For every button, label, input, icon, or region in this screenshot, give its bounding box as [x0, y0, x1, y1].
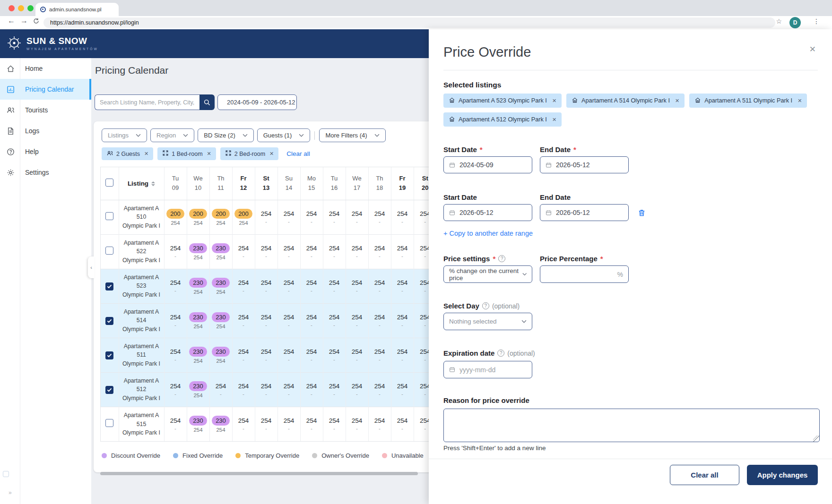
- close-icon[interactable]: ✕: [809, 44, 816, 54]
- help-icon[interactable]: [482, 302, 489, 309]
- price-cell[interactable]: 254-: [277, 200, 300, 234]
- collapse-drawer-handle[interactable]: ‹: [88, 256, 95, 278]
- filter-chip[interactable]: 2 Guests✕: [102, 147, 153, 160]
- price-cell[interactable]: 254-: [391, 269, 414, 303]
- price-cell[interactable]: 254-: [232, 372, 255, 407]
- chip-remove-icon[interactable]: ✕: [675, 98, 679, 104]
- price-cell[interactable]: 254-: [232, 338, 255, 372]
- price-cell[interactable]: 254-: [255, 407, 277, 441]
- help-icon[interactable]: [498, 255, 505, 262]
- price-cell[interactable]: 254-: [300, 372, 323, 407]
- price-cell[interactable]: 230254: [187, 234, 209, 269]
- price-cell[interactable]: 254-: [277, 338, 300, 372]
- price-percentage-field[interactable]: %: [540, 265, 629, 283]
- zoom-window-button[interactable]: [27, 5, 34, 11]
- price-cell[interactable]: 254-: [346, 269, 368, 303]
- start-date-input[interactable]: [459, 161, 527, 169]
- price-cell[interactable]: 254-: [300, 407, 323, 441]
- filter-chip[interactable]: 2 Bed-room✕: [220, 147, 279, 160]
- back-icon[interactable]: ←: [8, 17, 15, 25]
- price-cell[interactable]: 254-: [164, 372, 187, 407]
- price-cell[interactable]: 230254: [209, 234, 232, 269]
- listing-name-cell[interactable]: Apartament A 510Olympic Park I: [119, 200, 164, 234]
- collapse-icon[interactable]: »: [9, 489, 12, 496]
- chip-remove-icon[interactable]: ✕: [552, 98, 556, 104]
- price-cell[interactable]: 254-: [164, 269, 187, 303]
- price-cell[interactable]: 254-: [391, 338, 414, 372]
- price-cell[interactable]: 254-: [164, 338, 187, 372]
- sidebar-item-pricing-calendar[interactable]: Pricing Calendar: [0, 79, 91, 100]
- row-checkbox[interactable]: [105, 351, 113, 359]
- end-date2-input[interactable]: [556, 209, 623, 216]
- price-cell[interactable]: 254-: [323, 269, 346, 303]
- price-cell[interactable]: 254-: [323, 234, 346, 269]
- price-cell[interactable]: 254-: [391, 407, 414, 441]
- start-date-field[interactable]: [443, 156, 532, 173]
- close-window-button[interactable]: [9, 5, 15, 11]
- price-cell[interactable]: 254-: [368, 269, 391, 303]
- price-cell[interactable]: 254-: [232, 269, 255, 303]
- price-cell[interactable]: 254-: [323, 338, 346, 372]
- selected-listing-chip[interactable]: Apartament A 512 Olympic Park I✕: [443, 112, 562, 127]
- price-cell[interactable]: 254-: [277, 407, 300, 441]
- price-cell[interactable]: 254-: [323, 200, 346, 234]
- price-cell[interactable]: 254-: [323, 372, 346, 407]
- price-cell[interactable]: 254-: [323, 407, 346, 441]
- price-cell[interactable]: 230254: [187, 372, 209, 407]
- price-cell[interactable]: 254-: [346, 234, 368, 269]
- browser-menu-icon[interactable]: ⋮: [813, 17, 820, 25]
- clear-all-filters-link[interactable]: Clear all: [286, 150, 310, 157]
- sidebar-item-tourists[interactable]: Tourists: [0, 100, 91, 120]
- end-date-field[interactable]: [540, 156, 629, 173]
- listing-name-cell[interactable]: Apartament A 523Olympic Park I: [119, 269, 164, 303]
- start-date2-field[interactable]: [443, 204, 532, 221]
- price-cell[interactable]: 254-: [255, 234, 277, 269]
- copy-date-range-link[interactable]: + Copy to another date range: [443, 230, 533, 237]
- price-cell[interactable]: 254-: [164, 407, 187, 441]
- price-cell[interactable]: 254-: [300, 200, 323, 234]
- end-date-input[interactable]: [556, 161, 623, 169]
- end-date2-field[interactable]: [540, 204, 629, 221]
- price-cell[interactable]: 254-: [368, 200, 391, 234]
- price-cell[interactable]: 254-: [300, 269, 323, 303]
- price-cell[interactable]: 254-: [277, 303, 300, 338]
- price-cell[interactable]: 230254: [187, 269, 209, 303]
- bookmark-star-icon[interactable]: ☆: [776, 17, 782, 25]
- price-cell[interactable]: 254-: [346, 338, 368, 372]
- sidebar-item-settings[interactable]: Settings: [0, 162, 91, 183]
- price-cell[interactable]: 254-: [164, 234, 187, 269]
- filter-dropdown-region[interactable]: Region: [150, 128, 194, 142]
- sidebar-item-logs[interactable]: Logs: [0, 120, 91, 141]
- more-filters-dropdown[interactable]: More Filters (4): [319, 128, 385, 142]
- selected-listing-chip[interactable]: Apartament A 514 Olympic Park I✕: [566, 94, 685, 108]
- help-icon[interactable]: [497, 350, 504, 357]
- clear-all-button[interactable]: Clear all: [670, 465, 739, 485]
- price-cell[interactable]: 254-: [209, 372, 232, 407]
- price-cell[interactable]: 200254: [187, 200, 209, 234]
- filter-dropdown-listings[interactable]: Listings: [102, 128, 147, 142]
- row-checkbox[interactable]: [105, 247, 113, 255]
- row-checkbox[interactable]: [105, 386, 113, 394]
- trash-icon[interactable]: [637, 208, 646, 217]
- listing-name-cell[interactable]: Apartament A 514Olympic Park I: [119, 303, 164, 338]
- price-cell[interactable]: 230254: [209, 303, 232, 338]
- listing-name-cell[interactable]: Apartament A 522Olympic Park I: [119, 234, 164, 269]
- sidebar-item-help[interactable]: Help: [0, 141, 91, 162]
- price-cell[interactable]: 254-: [368, 372, 391, 407]
- selected-listing-chip[interactable]: Apartament A 511 Olympic Park I✕: [689, 94, 807, 108]
- price-cell[interactable]: 254-: [232, 407, 255, 441]
- price-cell[interactable]: 254-: [391, 372, 414, 407]
- table-header-listing[interactable]: Listing: [119, 167, 164, 200]
- select-all-checkbox[interactable]: [105, 179, 113, 187]
- listing-name-cell[interactable]: Apartament A 511Olympic Park I: [119, 338, 164, 372]
- chip-remove-icon[interactable]: ✕: [552, 117, 556, 123]
- price-cell[interactable]: 254-: [277, 269, 300, 303]
- reload-icon[interactable]: [33, 17, 40, 26]
- chip-remove-icon[interactable]: ✕: [797, 98, 802, 104]
- price-cell[interactable]: 254-: [391, 234, 414, 269]
- price-cell[interactable]: 254-: [232, 303, 255, 338]
- price-cell[interactable]: 254-: [255, 372, 277, 407]
- listing-name-cell[interactable]: Apartament A 512Olympic Park I: [119, 372, 164, 407]
- date-range-picker[interactable]: 2024-05-09 - 2026-05-12: [217, 94, 297, 110]
- price-cell[interactable]: 254-: [300, 338, 323, 372]
